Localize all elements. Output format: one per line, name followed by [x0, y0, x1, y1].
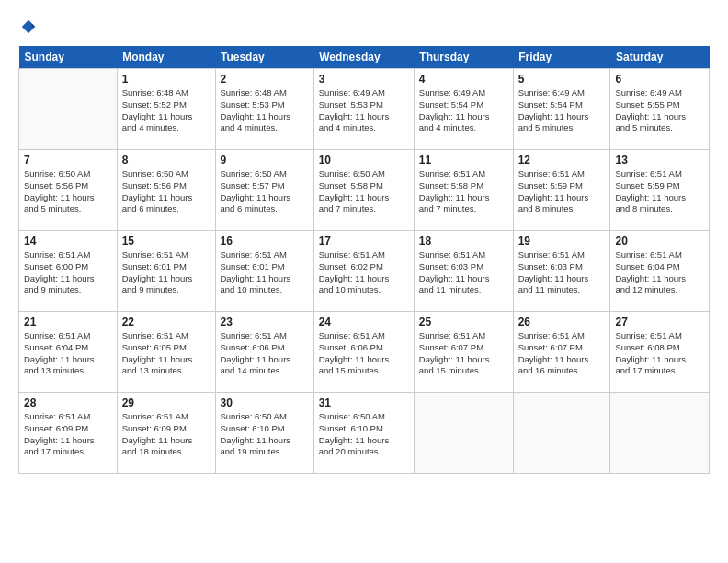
day-number: 28	[24, 396, 112, 409]
calendar-cell: 12Sunrise: 6:51 AMSunset: 5:59 PMDayligh…	[513, 150, 610, 231]
day-number: 15	[122, 235, 210, 247]
day-info: Sunrise: 6:51 AMSunset: 6:04 PMDaylight:…	[24, 330, 112, 377]
calendar-cell: 7Sunrise: 6:50 AMSunset: 5:56 PMDaylight…	[19, 150, 118, 231]
calendar-cell: 14Sunrise: 6:51 AMSunset: 6:00 PMDayligh…	[19, 231, 118, 312]
calendar-cell: 22Sunrise: 6:51 AMSunset: 6:05 PMDayligh…	[117, 312, 215, 393]
calendar-cell: 15Sunrise: 6:51 AMSunset: 6:01 PMDayligh…	[117, 231, 215, 312]
day-number: 29	[122, 396, 210, 409]
day-number: 10	[319, 154, 409, 167]
day-number: 3	[319, 73, 409, 86]
day-number: 14	[24, 235, 112, 247]
day-info: Sunrise: 6:49 AMSunset: 5:54 PMDaylight:…	[419, 87, 508, 134]
calendar-cell: 1Sunrise: 6:48 AMSunset: 5:52 PMDaylight…	[117, 69, 215, 150]
calendar-cell: 8Sunrise: 6:50 AMSunset: 5:56 PMDaylight…	[117, 150, 215, 231]
weekday-header-wednesday: Wednesday	[313, 46, 414, 69]
day-info: Sunrise: 6:50 AMSunset: 5:58 PMDaylight:…	[319, 168, 409, 215]
day-number: 17	[319, 235, 409, 247]
day-number: 25	[419, 316, 508, 328]
day-number: 23	[221, 316, 309, 328]
page: SundayMondayTuesdayWednesdayThursdayFrid…	[0, 0, 728, 563]
logo-icon	[20, 18, 37, 35]
calendar-cell: 2Sunrise: 6:48 AMSunset: 5:53 PMDaylight…	[215, 69, 313, 150]
day-number: 27	[615, 316, 704, 328]
day-number: 18	[419, 235, 508, 247]
weekday-header-row: SundayMondayTuesdayWednesdayThursdayFrid…	[19, 46, 710, 69]
day-number: 6	[615, 73, 704, 86]
day-number: 30	[221, 396, 309, 409]
week-row-3: 14Sunrise: 6:51 AMSunset: 6:00 PMDayligh…	[19, 231, 710, 312]
week-row-5: 28Sunrise: 6:51 AMSunset: 6:09 PMDayligh…	[19, 393, 710, 474]
day-number: 11	[419, 154, 508, 167]
day-info: Sunrise: 6:50 AMSunset: 6:10 PMDaylight:…	[221, 411, 309, 458]
calendar-cell: 29Sunrise: 6:51 AMSunset: 6:09 PMDayligh…	[117, 393, 215, 474]
calendar-cell: 3Sunrise: 6:49 AMSunset: 5:53 PMDaylight…	[313, 69, 414, 150]
calendar-cell: 10Sunrise: 6:50 AMSunset: 5:58 PMDayligh…	[313, 150, 414, 231]
calendar-cell: 23Sunrise: 6:51 AMSunset: 6:06 PMDayligh…	[215, 312, 313, 393]
day-info: Sunrise: 6:51 AMSunset: 6:08 PMDaylight:…	[615, 330, 704, 377]
day-number: 5	[518, 73, 606, 86]
week-row-1: 1Sunrise: 6:48 AMSunset: 5:52 PMDaylight…	[19, 69, 710, 150]
calendar-cell: 4Sunrise: 6:49 AMSunset: 5:54 PMDaylight…	[414, 69, 513, 150]
day-info: Sunrise: 6:51 AMSunset: 6:07 PMDaylight:…	[518, 330, 606, 377]
calendar-cell: 17Sunrise: 6:51 AMSunset: 6:02 PMDayligh…	[313, 231, 414, 312]
day-info: Sunrise: 6:50 AMSunset: 5:56 PMDaylight:…	[24, 168, 112, 215]
calendar-cell	[513, 393, 610, 474]
weekday-header-tuesday: Tuesday	[215, 46, 313, 69]
day-number: 8	[122, 154, 210, 167]
weekday-header-thursday: Thursday	[414, 46, 513, 69]
day-info: Sunrise: 6:51 AMSunset: 6:05 PMDaylight:…	[122, 330, 210, 377]
calendar-cell: 30Sunrise: 6:50 AMSunset: 6:10 PMDayligh…	[215, 393, 313, 474]
day-info: Sunrise: 6:51 AMSunset: 6:03 PMDaylight:…	[419, 249, 508, 296]
day-info: Sunrise: 6:50 AMSunset: 6:10 PMDaylight:…	[319, 411, 409, 458]
day-info: Sunrise: 6:51 AMSunset: 6:07 PMDaylight:…	[419, 330, 508, 377]
day-info: Sunrise: 6:51 AMSunset: 6:09 PMDaylight:…	[122, 411, 210, 458]
calendar-cell	[610, 393, 710, 474]
week-row-2: 7Sunrise: 6:50 AMSunset: 5:56 PMDaylight…	[19, 150, 710, 231]
day-info: Sunrise: 6:48 AMSunset: 5:52 PMDaylight:…	[122, 87, 210, 134]
calendar-cell: 16Sunrise: 6:51 AMSunset: 6:01 PMDayligh…	[215, 231, 313, 312]
day-info: Sunrise: 6:51 AMSunset: 6:06 PMDaylight:…	[319, 330, 409, 377]
calendar-table: SundayMondayTuesdayWednesdayThursdayFrid…	[18, 46, 710, 474]
calendar-cell: 31Sunrise: 6:50 AMSunset: 6:10 PMDayligh…	[313, 393, 414, 474]
day-info: Sunrise: 6:51 AMSunset: 6:01 PMDaylight:…	[221, 249, 309, 296]
day-info: Sunrise: 6:51 AMSunset: 6:02 PMDaylight:…	[319, 249, 409, 296]
calendar-cell: 11Sunrise: 6:51 AMSunset: 5:58 PMDayligh…	[414, 150, 513, 231]
weekday-header-sunday: Sunday	[19, 46, 118, 69]
day-number: 16	[221, 235, 309, 247]
day-number: 4	[419, 73, 508, 86]
calendar-cell	[414, 393, 513, 474]
calendar-cell: 9Sunrise: 6:50 AMSunset: 5:57 PMDaylight…	[215, 150, 313, 231]
day-info: Sunrise: 6:51 AMSunset: 6:01 PMDaylight:…	[122, 249, 210, 296]
weekday-header-friday: Friday	[513, 46, 610, 69]
calendar-cell: 20Sunrise: 6:51 AMSunset: 6:04 PMDayligh…	[610, 231, 710, 312]
calendar-cell	[19, 69, 118, 150]
day-info: Sunrise: 6:48 AMSunset: 5:53 PMDaylight:…	[221, 87, 309, 134]
weekday-header-monday: Monday	[117, 46, 215, 69]
calendar-cell: 26Sunrise: 6:51 AMSunset: 6:07 PMDayligh…	[513, 312, 610, 393]
calendar-cell: 25Sunrise: 6:51 AMSunset: 6:07 PMDayligh…	[414, 312, 513, 393]
day-info: Sunrise: 6:51 AMSunset: 6:00 PMDaylight:…	[24, 249, 112, 296]
logo	[18, 18, 37, 35]
weekday-header-saturday: Saturday	[610, 46, 710, 69]
calendar-cell: 27Sunrise: 6:51 AMSunset: 6:08 PMDayligh…	[610, 312, 710, 393]
day-info: Sunrise: 6:49 AMSunset: 5:53 PMDaylight:…	[319, 87, 409, 134]
calendar-cell: 19Sunrise: 6:51 AMSunset: 6:03 PMDayligh…	[513, 231, 610, 312]
day-number: 31	[319, 396, 409, 409]
day-number: 26	[518, 316, 606, 328]
day-number: 2	[221, 73, 309, 86]
day-info: Sunrise: 6:49 AMSunset: 5:55 PMDaylight:…	[615, 87, 704, 134]
day-info: Sunrise: 6:50 AMSunset: 5:56 PMDaylight:…	[122, 168, 210, 215]
day-info: Sunrise: 6:51 AMSunset: 6:06 PMDaylight:…	[221, 330, 309, 377]
week-row-4: 21Sunrise: 6:51 AMSunset: 6:04 PMDayligh…	[19, 312, 710, 393]
calendar-cell: 13Sunrise: 6:51 AMSunset: 5:59 PMDayligh…	[610, 150, 710, 231]
calendar-cell: 5Sunrise: 6:49 AMSunset: 5:54 PMDaylight…	[513, 69, 610, 150]
day-info: Sunrise: 6:49 AMSunset: 5:54 PMDaylight:…	[518, 87, 606, 134]
header	[18, 18, 710, 35]
day-info: Sunrise: 6:51 AMSunset: 6:04 PMDaylight:…	[615, 249, 704, 296]
calendar-cell: 6Sunrise: 6:49 AMSunset: 5:55 PMDaylight…	[610, 69, 710, 150]
day-number: 9	[221, 154, 309, 167]
calendar-cell: 18Sunrise: 6:51 AMSunset: 6:03 PMDayligh…	[414, 231, 513, 312]
day-number: 22	[122, 316, 210, 328]
calendar-cell: 24Sunrise: 6:51 AMSunset: 6:06 PMDayligh…	[313, 312, 414, 393]
day-number: 20	[615, 235, 704, 247]
